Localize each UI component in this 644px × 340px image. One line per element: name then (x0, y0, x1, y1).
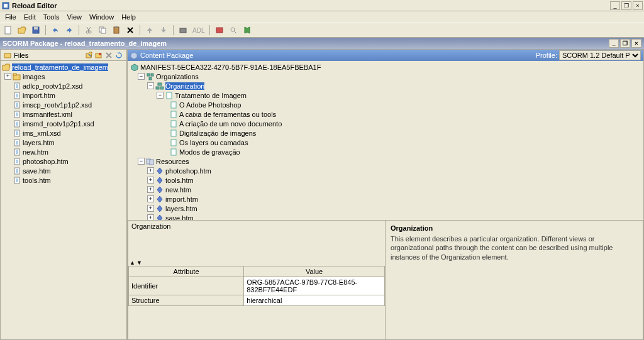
expand-icon[interactable]: + (147, 214, 154, 220)
expand-icon[interactable]: + (147, 177, 154, 184)
workspace: Files reload_tratamento_de_imagem + imag… (0, 49, 644, 340)
topic-item[interactable]: Modos de gravação (130, 147, 641, 156)
resource-item[interactable]: +new.htm (130, 185, 641, 194)
file-item[interactable]: ims_xml.xsd (2, 128, 125, 138)
book-icon[interactable] (242, 25, 253, 36)
content-package-panel: Content Package Profile: SCORM 1.2 Defau… (127, 49, 644, 340)
resource-item[interactable]: +layers.htm (130, 204, 641, 213)
resource-icon (155, 204, 164, 212)
file-item[interactable]: imsmd_rootv1p2p1.xsd (2, 119, 125, 128)
svg-rect-12 (216, 28, 223, 33)
minimize-button[interactable]: _ (610, 1, 620, 10)
organizations-node[interactable]: − Organizations (130, 72, 641, 81)
file-item[interactable]: tools.htm (2, 175, 125, 185)
menu-view[interactable]: View (63, 13, 86, 21)
svg-rect-33 (156, 87, 159, 89)
expand-icon[interactable]: + (147, 205, 154, 212)
collapse-icon[interactable]: − (147, 82, 154, 89)
resource-item[interactable]: +photoshop.htm (130, 166, 641, 175)
content-package-title: Content Package (140, 52, 193, 59)
undo-icon[interactable] (50, 25, 61, 36)
details-area: Organization ▲▼ Attribute Value Identifi… (128, 220, 643, 339)
resource-item[interactable]: +save.htm (130, 213, 641, 220)
attributes-heading: Organization (128, 221, 385, 232)
resource-item[interactable]: +tools.htm (130, 175, 641, 185)
up-icon[interactable] (144, 25, 155, 36)
file-icon (13, 157, 21, 165)
cut-icon[interactable] (83, 25, 94, 36)
down-icon[interactable] (158, 25, 169, 36)
close-button[interactable]: × (633, 1, 643, 10)
window-controls: _ ❐ × (610, 1, 643, 10)
profile-label: Profile: (536, 52, 557, 59)
profile-select[interactable]: SCORM 1.2 Default Profile (559, 50, 641, 60)
package-icon[interactable] (214, 25, 225, 36)
resource-icon (155, 195, 164, 203)
expand-icon[interactable]: + (147, 186, 154, 193)
menu-file[interactable]: File (1, 13, 20, 21)
file-item[interactable]: imscp_rootv1p1p2.xsd (2, 100, 125, 109)
adl-label[interactable]: ADL (191, 27, 206, 34)
delete-icon[interactable] (125, 25, 136, 36)
maximize-button[interactable]: ❐ (621, 1, 631, 10)
table-row[interactable]: Identifier ORG-5857ACAC-97B9-77C8-E845-8… (129, 277, 385, 295)
paste-icon[interactable] (111, 25, 122, 36)
resource-item[interactable]: +import.htm (130, 194, 641, 204)
menu-edit[interactable]: Edit (20, 13, 40, 21)
page-icon (169, 110, 178, 118)
open-icon[interactable] (16, 25, 28, 36)
file-item[interactable]: adlcp_rootv1p2.xsd (2, 81, 125, 90)
file-item[interactable]: photoshop.htm (2, 156, 125, 166)
import-icon[interactable] (84, 51, 94, 60)
topic-item[interactable]: Os layers ou camadas (130, 138, 641, 147)
files-root[interactable]: reload_tratamento_de_imagem (2, 62, 125, 72)
menu-help[interactable]: Help (118, 13, 140, 21)
preview-icon[interactable] (228, 25, 239, 36)
doc-close-button[interactable]: × (631, 39, 641, 48)
collapse-icon[interactable]: − (138, 158, 145, 165)
svg-rect-2 (5, 26, 11, 34)
file-item[interactable]: layers.htm (2, 138, 125, 147)
file-item[interactable]: imsmanifest.xml (2, 109, 125, 119)
file-item[interactable]: new.htm (2, 147, 125, 156)
save-icon[interactable] (30, 25, 42, 36)
topic-item[interactable]: O Adobe Photoshop (130, 100, 641, 109)
topic-item[interactable]: A caixa de ferramentas ou tools (130, 109, 641, 119)
redo-icon[interactable] (64, 25, 75, 36)
collapse-icon[interactable]: − (138, 73, 145, 80)
file-item[interactable]: import.htm (2, 90, 125, 100)
expand-icon[interactable]: + (147, 195, 154, 202)
new-icon[interactable] (3, 25, 14, 36)
svg-rect-31 (149, 77, 152, 80)
collapse-icon[interactable]: − (157, 92, 164, 99)
folder-icon (13, 72, 21, 80)
delete-file-icon[interactable] (104, 51, 114, 60)
metadata-icon[interactable] (177, 25, 189, 36)
file-item[interactable]: save.htm (2, 166, 125, 175)
document-title: SCORM Package - reload_tratamento_de_ima… (3, 40, 609, 47)
manifest-node[interactable]: MANIFEST-5ECEA322-4270-5B7F-91AE-18EA5FB… (130, 62, 641, 72)
table-row[interactable]: Structure hierarchical (129, 295, 385, 305)
content-package-tree[interactable]: MANIFEST-5ECEA322-4270-5B7F-91AE-18EA5FB… (128, 61, 643, 220)
tree-folder-images[interactable]: + images (2, 72, 125, 81)
svg-rect-14 (4, 53, 11, 58)
files-tree[interactable]: reload_tratamento_de_imagem + images adl… (1, 61, 126, 339)
resources-node[interactable]: − Resources (130, 156, 641, 166)
nav-arrows[interactable]: ▲▼ (130, 260, 143, 266)
topic-item[interactable]: Digitalização de imagens (130, 128, 641, 138)
svg-rect-8 (101, 28, 106, 33)
doc-maximize-button[interactable]: ❐ (620, 39, 630, 48)
resource-icon (155, 214, 164, 220)
new-folder-icon[interactable] (94, 51, 104, 60)
expand-icon[interactable]: + (147, 167, 154, 174)
course-node[interactable]: − Tratamento de Imagem (130, 90, 641, 100)
expand-icon[interactable]: + (4, 73, 11, 80)
topic-item[interactable]: A criação de um novo documento (130, 119, 641, 128)
copy-icon[interactable] (97, 25, 108, 36)
toolbar-separator (140, 25, 140, 35)
organization-node[interactable]: − Organization (130, 81, 641, 90)
menu-window[interactable]: Window (86, 13, 118, 21)
refresh-icon[interactable] (114, 51, 124, 60)
doc-minimize-button[interactable]: _ (609, 39, 619, 48)
menu-tools[interactable]: Tools (40, 13, 64, 21)
